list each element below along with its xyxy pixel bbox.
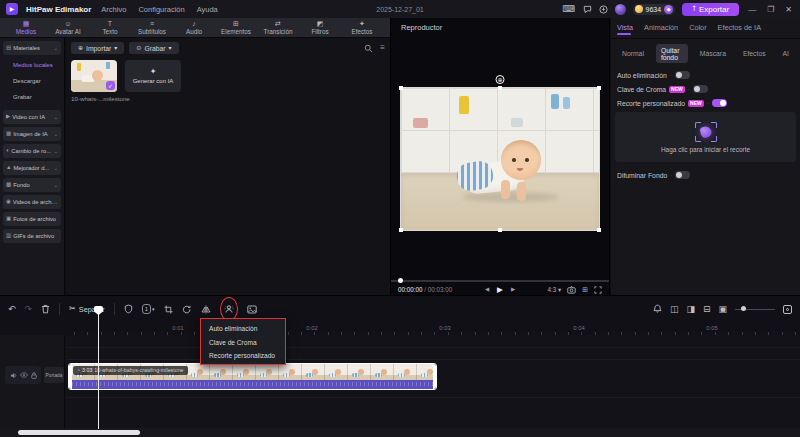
- tab-texto[interactable]: TTexto: [90, 20, 130, 35]
- subtab-mascara[interactable]: Máscara: [695, 48, 731, 60]
- section-materiales[interactable]: ▤ Materiales ⌄: [3, 41, 61, 55]
- subtab-efectos[interactable]: Efectos: [738, 48, 771, 60]
- sidebar-item-grabar[interactable]: Grabar: [3, 90, 61, 104]
- tab-efectos[interactable]: ✦Efectos: [342, 20, 382, 35]
- speed-button[interactable]: 1 ▾: [142, 304, 155, 314]
- menu-item-auto-eliminacion[interactable]: Auto eliminación: [201, 322, 285, 336]
- start-crop-card[interactable]: Haga clic para iniciar el recorte: [615, 112, 796, 162]
- tab-medios[interactable]: ▦Medios: [6, 20, 46, 35]
- media-thumbnail[interactable]: ✓: [71, 60, 117, 92]
- grid-overlay-icon[interactable]: ⊞: [582, 286, 588, 293]
- track-mute-icon[interactable]: [10, 372, 17, 379]
- search-icon[interactable]: [364, 44, 373, 53]
- crop-tool-icon[interactable]: [164, 300, 173, 318]
- sidebar-item-fotos-de-archivo[interactable]: ▣Fotos de archivo: [3, 212, 61, 226]
- cover-button[interactable]: Portada: [44, 367, 64, 383]
- snapshot-icon[interactable]: [567, 286, 576, 294]
- media-item[interactable]: ✓ 10-whats-...milestone: [71, 60, 117, 102]
- download-icon[interactable]: [599, 0, 608, 18]
- tab-subtitulos[interactable]: ≡Subtítulos: [132, 20, 172, 35]
- mirror-icon[interactable]: [201, 300, 211, 318]
- redo-icon[interactable]: ↷: [25, 305, 33, 314]
- generate-with-ai-button[interactable]: ✦ Generar con IA: [125, 60, 181, 92]
- video-frame[interactable]: ⊕: [400, 87, 600, 231]
- player-scrub-bar[interactable]: [391, 280, 609, 282]
- feedback-icon[interactable]: [583, 0, 592, 18]
- track-collapse-icon[interactable]: ◫: [670, 305, 679, 314]
- resize-handle[interactable]: [597, 86, 601, 90]
- delete-icon[interactable]: [41, 300, 50, 318]
- coin-balance[interactable]: 9634 ◆: [633, 4, 676, 15]
- zoom-slider[interactable]: [735, 305, 775, 313]
- rotate-handle[interactable]: ⊕: [496, 75, 505, 84]
- recorte-personalizado-toggle[interactable]: [712, 99, 727, 107]
- undo-icon[interactable]: ↶: [8, 305, 16, 314]
- sidebar-item-fondo[interactable]: ▩Fondo⌄: [3, 178, 61, 192]
- tab-transicion[interactable]: ⇄Transición: [258, 20, 298, 35]
- play-button[interactable]: ▶: [497, 286, 503, 294]
- next-frame-button[interactable]: ▶: [511, 287, 515, 293]
- badge-icon[interactable]: [124, 300, 133, 318]
- minimize-button[interactable]: —: [746, 5, 758, 14]
- fullscreen-icon[interactable]: [594, 286, 602, 294]
- subtab-normal[interactable]: Normal: [617, 48, 649, 60]
- user-avatar[interactable]: [615, 4, 626, 15]
- sidebar-item-videos-de-archivo[interactable]: ◉Videos de archivo: [3, 195, 61, 209]
- track-lock-icon[interactable]: [31, 372, 37, 379]
- keyboard-shortcuts-icon[interactable]: ⌨: [563, 5, 576, 14]
- sidebar-item-medios-locales[interactable]: Medios locales: [3, 58, 61, 72]
- tab-vista[interactable]: Vista: [617, 23, 633, 35]
- menu-item-clave-de-croma[interactable]: Clave de Croma: [201, 336, 285, 350]
- aspect-ratio-select[interactable]: 4:3 ▾: [547, 286, 561, 293]
- menu-ayuda[interactable]: Ayuda: [195, 5, 220, 14]
- frame-crop-icon[interactable]: [247, 300, 257, 318]
- tab-color[interactable]: Color: [689, 23, 706, 35]
- tab-elementos[interactable]: ⊞Elementos: [216, 20, 256, 35]
- menu-item-recorte-personalizado[interactable]: Recorte personalizado: [201, 349, 285, 363]
- auto-eliminacion-toggle[interactable]: [675, 71, 690, 79]
- scrollbar-thumb[interactable]: [18, 430, 140, 435]
- subtab-quitar-fondo[interactable]: Quitar fondo: [656, 44, 688, 63]
- fit-timeline-icon[interactable]: [783, 305, 792, 314]
- sidebar-item-video-con-ia[interactable]: ▶Video con IA⌄: [3, 110, 61, 124]
- tab-audio[interactable]: ♪Audio: [174, 20, 214, 35]
- close-button[interactable]: ✕: [783, 5, 794, 14]
- zoom-slider-handle[interactable]: [741, 306, 746, 311]
- tab-filtros[interactable]: ◩Filtros: [300, 20, 340, 35]
- import-button[interactable]: ⊕ Importar ▾: [71, 42, 124, 54]
- timeline-clip[interactable]: ◔ 3:03 10-whats-of-babys-crawling-milest…: [68, 363, 437, 390]
- timeline-horizontal-scrollbar[interactable]: [0, 428, 800, 437]
- track-expand-icon[interactable]: ◨: [686, 305, 695, 314]
- sidebar-item-cambio-de-rostro[interactable]: ◐Cambio de ro...⌄: [3, 144, 61, 158]
- bell-icon[interactable]: [653, 300, 662, 318]
- sidebar-item-gifs-de-archivo[interactable]: ▥GIFs de archivo: [3, 229, 61, 243]
- export-button[interactable]: ⭡ Exportar: [682, 3, 739, 16]
- clave-de-croma-toggle[interactable]: [693, 85, 708, 93]
- link-clips-icon[interactable]: ⊟: [703, 305, 711, 314]
- keyframe-icon[interactable]: ▣: [718, 305, 727, 314]
- resize-handle[interactable]: [498, 86, 502, 90]
- resize-handle[interactable]: [399, 86, 403, 90]
- tab-avatar-ai[interactable]: ☺Avatar AI: [48, 20, 88, 35]
- sidebar-item-descargar[interactable]: Descargar: [3, 74, 61, 88]
- track-hide-icon[interactable]: [20, 372, 28, 378]
- subtab-ai[interactable]: AI: [778, 48, 794, 60]
- record-button[interactable]: ⊙ Grabar ▾: [129, 42, 178, 54]
- menu-archivo[interactable]: Archivo: [99, 5, 128, 14]
- resize-handle[interactable]: [498, 228, 502, 232]
- restore-button[interactable]: ❐: [765, 5, 776, 14]
- rotate-icon[interactable]: [182, 300, 192, 318]
- resize-handle[interactable]: [399, 228, 403, 232]
- tab-efectos-de-ia[interactable]: Efectos de IA: [718, 23, 761, 35]
- list-view-icon[interactable]: ≡: [380, 44, 385, 52]
- resize-handle[interactable]: [597, 228, 601, 232]
- sidebar-item-imagen-de-ia[interactable]: ▦Imagen de IA⌄: [3, 127, 61, 141]
- imagen-ia-icon: ▦: [6, 131, 11, 137]
- menu-configuracion[interactable]: Configuración: [136, 5, 186, 14]
- previous-frame-button[interactable]: ◀: [485, 287, 489, 293]
- sidebar-item-mejorador[interactable]: ▲Mejorador d...⌄: [3, 161, 61, 175]
- tab-animacion[interactable]: Animación: [644, 23, 678, 35]
- difuminar-fondo-toggle[interactable]: [675, 171, 690, 179]
- scrub-handle[interactable]: [398, 278, 403, 283]
- playhead-line[interactable]: [98, 313, 99, 429]
